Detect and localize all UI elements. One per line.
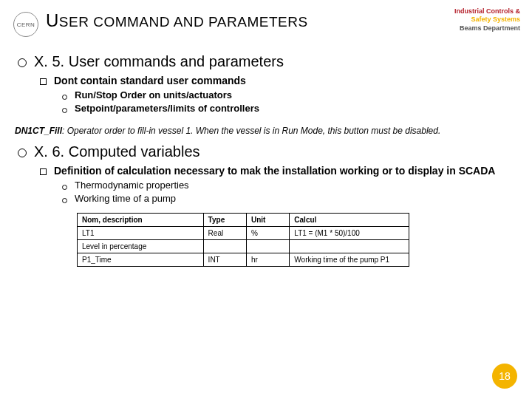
td: Level in percentage [78, 240, 204, 253]
content: X. 5. User commands and parameters Dont … [13, 53, 519, 267]
note-text: : Operator order to fill-in vessel 1. Wh… [62, 126, 440, 136]
slide-title: USER COMMAND AND PARAMETERS [46, 10, 308, 31]
dept-line-1: Industrial Controls & [454, 7, 520, 16]
text: Dont contain standard user commands [54, 75, 246, 86]
bullet-square-icon [40, 78, 47, 85]
table-row: P1_Time INT hr Working time of the pump … [78, 253, 409, 267]
section-x6-heading: X. 6. Computed variables [18, 143, 519, 160]
text: Working time of a pump [75, 193, 176, 204]
x5-bul1: Run/Stop Order on units/actuators [62, 89, 519, 100]
th-nom: Nom, description [78, 214, 204, 227]
x5-bul2: Setpoint/parameters/limits of controller… [62, 103, 519, 114]
bullet-circle-icon [18, 149, 27, 157]
text: Run/Stop Order on units/actuators [75, 89, 232, 100]
text: X. 5. User commands and parameters [34, 53, 284, 70]
computed-vars-table: Nom, description Type Unit Calcul LT1 Re… [77, 213, 409, 267]
x6-sub1: Definition of calculation necessary to m… [40, 165, 519, 177]
bullet-square-icon [40, 168, 47, 175]
table: Nom, description Type Unit Calcul LT1 Re… [77, 213, 409, 267]
section-x5-heading: X. 5. User commands and parameters [18, 53, 519, 70]
table-row: Level in percentage [78, 240, 409, 253]
td: hr [246, 253, 289, 267]
bullet-circle-icon [18, 58, 27, 67]
text: Setpoint/parameters/limits of controller… [75, 103, 259, 114]
th-unit: Unit [246, 214, 289, 227]
bullet-small-circle-icon [62, 108, 67, 113]
td [290, 240, 409, 253]
x5-sub1: Dont contain standard user commands [40, 75, 519, 86]
td: % [246, 227, 289, 240]
cern-logo-icon: CERN [13, 12, 38, 37]
note-key: DN1CT_Fill [15, 126, 62, 136]
td: LT1 [78, 227, 204, 240]
text: Thermodynamic properties [75, 180, 189, 191]
td: Real [203, 227, 246, 240]
th-calcul: Calcul [290, 214, 409, 227]
slide: CERN USER COMMAND AND PARAMETERS Industr… [0, 0, 532, 399]
text: Definition of calculation necessary to m… [54, 165, 495, 177]
td: P1_Time [78, 253, 204, 267]
dept-line-2: Safety Systems [454, 16, 520, 24]
bullet-small-circle-icon [62, 95, 67, 100]
bullet-small-circle-icon [62, 198, 67, 203]
td: LT1 = (M1 * 50)/100 [290, 227, 409, 240]
dn1ct-note: DN1CT_Fill: Operator order to fill-in ve… [15, 126, 519, 136]
dept-line-3: Beams Department [454, 24, 520, 33]
x6-bul2: Working time of a pump [62, 193, 519, 204]
table-header-row: Nom, description Type Unit Calcul [78, 214, 409, 227]
department-block: Industrial Controls & Safety Systems Bea… [454, 7, 520, 33]
header: CERN USER COMMAND AND PARAMETERS [13, 10, 519, 37]
td [246, 240, 289, 253]
x6-bul1: Thermodynamic properties [62, 180, 519, 191]
td: Working time of the pump P1 [290, 253, 409, 267]
td: INT [203, 253, 246, 267]
td [203, 240, 246, 253]
bullet-small-circle-icon [62, 185, 67, 190]
table-row: LT1 Real % LT1 = (M1 * 50)/100 [78, 227, 409, 240]
page-number-badge: 18 [492, 364, 517, 389]
th-type: Type [203, 214, 246, 227]
text: X. 6. Computed variables [34, 143, 200, 160]
